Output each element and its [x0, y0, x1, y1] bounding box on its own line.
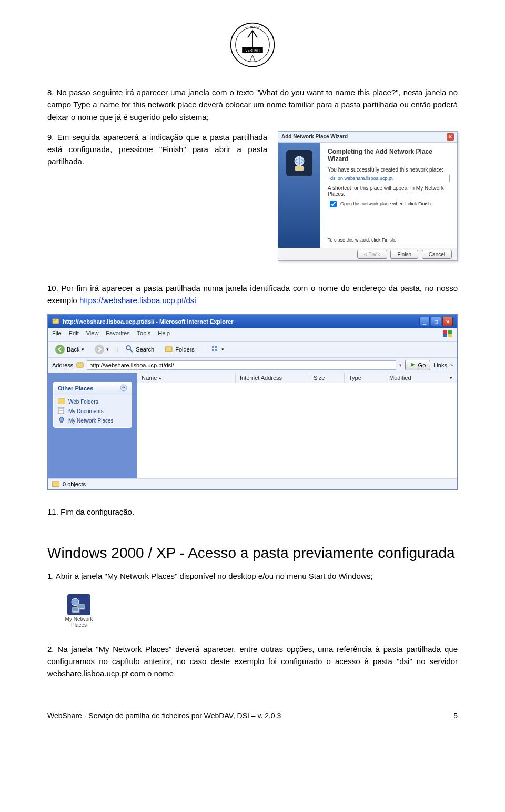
svg-rect-17 — [215, 346, 217, 348]
search-icon — [125, 345, 134, 354]
chevron-down-icon: ▾ — [450, 375, 452, 380]
search-button[interactable]: Search — [122, 344, 157, 355]
svg-rect-11 — [443, 334, 447, 337]
forward-button[interactable]: ▾ — [92, 344, 112, 355]
folder-icon — [76, 361, 84, 369]
svg-rect-9 — [443, 330, 447, 334]
sidebar-item-web-folders[interactable]: Web Folders — [58, 398, 127, 405]
menu-file[interactable]: File — [52, 330, 62, 339]
wizard-url-field: dsi on webshare.lisboa.ucp.pt — [328, 175, 450, 182]
col-modified[interactable]: Modified ▾ — [385, 373, 457, 383]
footer-text: WebShare - Serviço de partilha de fichei… — [47, 711, 281, 720]
folder-icon — [52, 317, 59, 326]
back-arrow-icon — [55, 345, 65, 354]
col-internet-address[interactable]: Internet Address — [236, 373, 309, 383]
cancel-button[interactable]: Cancel — [422, 250, 452, 259]
back-button[interactable]: Back ▾ — [52, 344, 87, 355]
network-icon — [58, 417, 65, 424]
svg-rect-6 — [295, 166, 304, 171]
maximize-icon[interactable]: □ — [431, 317, 441, 326]
finish-button[interactable]: Finish — [390, 250, 418, 259]
svg-rect-28 — [52, 482, 59, 487]
my-network-places-desktop-icon[interactable]: My Network Places — [63, 594, 95, 628]
minimize-icon[interactable]: _ — [419, 317, 430, 326]
svg-rect-15 — [165, 347, 172, 352]
svg-text:CATHOLICA: CATHOLICA — [245, 25, 261, 28]
col-type[interactable]: Type — [345, 373, 385, 383]
add-network-place-wizard-window: Add Network Place Wizard ✕ Completing th… — [278, 131, 458, 261]
wizard-close-hint: To close this wizard, click Finish. — [328, 237, 450, 243]
svg-point-21 — [120, 385, 127, 391]
svg-text:VERITATI: VERITATI — [245, 48, 260, 52]
step-9-text: 9. Em seguida aparecerá a indicação que … — [47, 131, 267, 168]
menu-tools[interactable]: Tools — [137, 330, 151, 339]
menu-help[interactable]: Help — [158, 330, 170, 339]
svg-point-13 — [126, 346, 130, 350]
address-label: Address — [52, 362, 73, 368]
svg-rect-12 — [448, 334, 452, 337]
menu-edit[interactable]: Edit — [69, 330, 79, 339]
university-seal-icon: VERITATI CATHOLICA — [229, 21, 276, 68]
globe-network-icon — [286, 150, 312, 176]
menu-favorites[interactable]: Favorites — [106, 330, 129, 339]
svg-rect-27 — [60, 422, 63, 423]
network-places-icon — [67, 594, 90, 615]
header-logo: VERITATI CATHOLICA — [47, 21, 458, 71]
documents-icon — [58, 407, 65, 415]
chevron-down-icon: ▾ — [106, 347, 109, 352]
ie-window-title: http://webshare.lisboa.ucp.pt/dsi/ - Mic… — [63, 318, 234, 325]
open-when-finish-checkbox[interactable] — [330, 201, 337, 207]
section-heading: Windows 2000 / XP - Acesso a pasta previ… — [47, 545, 458, 562]
column-headers: Name ▴ Internet Address Size Type Modifi… — [137, 373, 457, 383]
wizard-titlebar: Add Network Place Wizard — [281, 134, 348, 139]
sidebar-item-my-documents[interactable]: My Documents — [58, 407, 127, 415]
menu-view[interactable]: View — [86, 330, 99, 339]
desktop-icon-label: My Network Places — [63, 616, 95, 628]
open-when-finish-label: Open this network place when I click Fin… — [340, 201, 432, 206]
svg-rect-8 — [53, 319, 56, 320]
go-button[interactable]: Go — [405, 360, 431, 370]
svg-rect-22 — [58, 399, 65, 404]
page-number: 5 — [453, 711, 458, 720]
status-text: 0 objects — [63, 481, 86, 487]
svg-point-26 — [59, 417, 64, 422]
file-list-empty — [137, 383, 457, 478]
chevron-down-icon[interactable]: ▾ — [399, 363, 402, 368]
webshare-link[interactable]: https://webshare.lisboa.ucp.pt/dsi — [79, 296, 196, 305]
collapse-icon[interactable] — [120, 384, 127, 393]
svg-rect-20 — [77, 363, 83, 367]
svg-rect-10 — [448, 330, 452, 334]
internet-explorer-window: http://webshare.lisboa.ucp.pt/dsi/ - Mic… — [47, 314, 458, 490]
address-input[interactable] — [87, 360, 396, 370]
chevron-down-icon: ▾ — [82, 347, 84, 352]
step-11-text: 11. Fim da configuração. — [47, 506, 458, 518]
col-size[interactable]: Size — [309, 373, 345, 383]
svg-rect-16 — [212, 346, 214, 348]
folder-icon — [52, 480, 59, 488]
col-name[interactable]: Name ▴ — [137, 373, 236, 383]
wizard-sidebar — [278, 143, 320, 248]
close-icon[interactable]: ✕ — [442, 317, 453, 326]
svg-rect-18 — [212, 349, 214, 351]
back-button[interactable]: < Back — [357, 250, 387, 259]
views-button[interactable]: ▾ — [208, 344, 227, 355]
close-icon[interactable]: ✕ — [447, 133, 454, 141]
expand-icon[interactable]: » — [450, 363, 453, 368]
folders-icon — [165, 345, 173, 354]
step-10-text: 10. Por fim irá aparecer a pasta partilh… — [47, 282, 458, 307]
windows-flag-icon — [442, 330, 453, 339]
folders-button[interactable]: Folders — [161, 344, 198, 355]
folder-icon — [58, 398, 65, 405]
links-label[interactable]: Links — [433, 362, 447, 368]
sort-asc-icon: ▴ — [159, 375, 161, 380]
ie-menu-bar: File Edit View Favorites Tools Help — [48, 328, 457, 342]
other-places-panel: Other Places Web Folders My Documents — [53, 382, 132, 428]
sidebar-item-my-network-places[interactable]: My Network Places — [58, 417, 127, 424]
step-2b-text: 2. Na janela "My Network Places" deverá … — [47, 643, 458, 680]
wizard-success-text: You have successfully created this netwo… — [328, 167, 450, 173]
step-8-text: 8. No passo seguinte irá aparecer uma ja… — [47, 86, 458, 123]
svg-line-14 — [130, 349, 133, 352]
forward-arrow-icon — [95, 345, 104, 354]
panel-title: Other Places — [58, 385, 93, 392]
wizard-shortcut-text: A shortcut for this place will appear in… — [328, 185, 450, 197]
